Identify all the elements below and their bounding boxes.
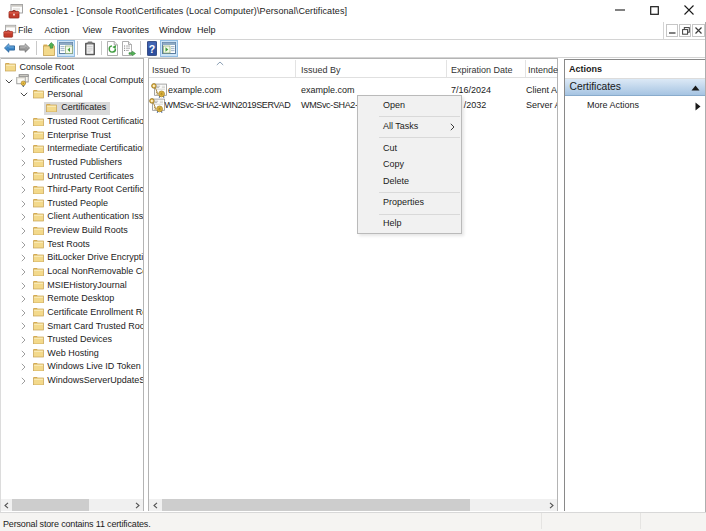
svg-text:?: ? [149, 43, 155, 55]
